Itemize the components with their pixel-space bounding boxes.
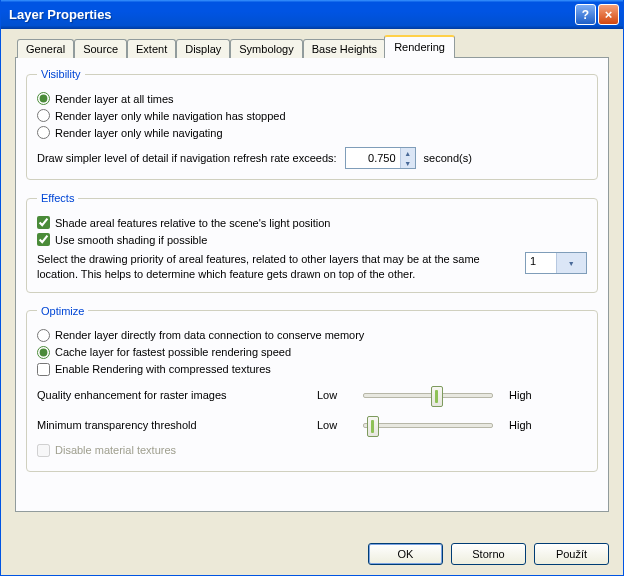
- cancel-button[interactable]: Storno: [451, 543, 526, 565]
- ok-button[interactable]: OK: [368, 543, 443, 565]
- check-smooth[interactable]: Use smooth shading if possible: [37, 233, 587, 246]
- tab-pane-rendering: Visibility Render layer at all times Ren…: [15, 57, 609, 512]
- slider-thumb-2[interactable]: [367, 416, 379, 437]
- spinner-refresh-rate[interactable]: ▲ ▼: [345, 147, 416, 169]
- label-low-2: Low: [317, 419, 347, 431]
- label-transparency: Minimum transparency threshold: [37, 419, 317, 431]
- radio-direct-label: Render layer directly from data connecti…: [55, 329, 364, 341]
- radio-render-all-label: Render layer at all times: [55, 93, 174, 105]
- radio-cache-label: Cache layer for fastest possible renderi…: [55, 346, 291, 358]
- slider-track: [363, 393, 493, 398]
- check-disable-textures: Disable material textures: [37, 444, 587, 457]
- row-quality-slider: Quality enhancement for raster images Lo…: [37, 384, 587, 406]
- spinner-down-icon[interactable]: ▼: [400, 158, 415, 168]
- label-refresh-rate: Draw simpler level of detail if navigati…: [37, 152, 337, 164]
- tab-base-heights[interactable]: Base Heights: [303, 39, 386, 58]
- check-disable-textures-label: Disable material textures: [55, 444, 176, 456]
- row-priority: Select the drawing priority of areal fea…: [37, 252, 587, 282]
- label-refresh-unit: second(s): [424, 152, 472, 164]
- check-shade-label: Shade areal features relative to the sce…: [55, 217, 330, 229]
- slider-transparency[interactable]: [363, 414, 493, 436]
- chevron-down-icon[interactable]: ▼: [556, 253, 587, 273]
- combo-priority-value: 1: [526, 253, 556, 273]
- radio-direct-input[interactable]: [37, 329, 50, 342]
- check-compressed[interactable]: Enable Rendering with compressed texture…: [37, 363, 587, 376]
- window-title: Layer Properties: [9, 7, 575, 22]
- check-shade-input[interactable]: [37, 216, 50, 229]
- tab-symbology[interactable]: Symbology: [230, 39, 302, 58]
- label-quality: Quality enhancement for raster images: [37, 389, 317, 401]
- tab-source[interactable]: Source: [74, 39, 127, 58]
- check-compressed-label: Enable Rendering with compressed texture…: [55, 363, 271, 375]
- help-button[interactable]: ?: [575, 4, 596, 25]
- legend-optimize: Optimize: [37, 305, 88, 317]
- label-high-2: High: [509, 419, 539, 431]
- check-smooth-input[interactable]: [37, 233, 50, 246]
- titlebar: Layer Properties ? ×: [1, 0, 623, 29]
- slider-quality[interactable]: [363, 384, 493, 406]
- radio-render-all[interactable]: Render layer at all times: [37, 92, 587, 105]
- tab-extent[interactable]: Extent: [127, 39, 176, 58]
- content-area: General Source Extent Display Symbology …: [1, 29, 623, 522]
- apply-button[interactable]: Použít: [534, 543, 609, 565]
- spinner-up-icon[interactable]: ▲: [400, 148, 415, 158]
- legend-visibility: Visibility: [37, 68, 85, 80]
- check-disable-textures-input: [37, 444, 50, 457]
- tab-rendering[interactable]: Rendering: [384, 35, 455, 58]
- legend-effects: Effects: [37, 192, 78, 204]
- radio-render-navigating[interactable]: Render layer only while navigating: [37, 126, 587, 139]
- spinner-buttons[interactable]: ▲ ▼: [400, 148, 415, 168]
- check-shade[interactable]: Shade areal features relative to the sce…: [37, 216, 587, 229]
- label-low-1: Low: [317, 389, 347, 401]
- radio-render-stopped-label: Render layer only while navigation has s…: [55, 110, 286, 122]
- dialog-window: Layer Properties ? × General Source Exte…: [0, 0, 624, 576]
- radio-render-all-input[interactable]: [37, 92, 50, 105]
- label-priority-text: Select the drawing priority of areal fea…: [37, 252, 511, 282]
- radio-render-stopped-input[interactable]: [37, 109, 50, 122]
- radio-cache-input[interactable]: [37, 346, 50, 359]
- check-smooth-label: Use smooth shading if possible: [55, 234, 207, 246]
- titlebar-buttons: ? ×: [575, 4, 619, 25]
- radio-cache[interactable]: Cache layer for fastest possible renderi…: [37, 346, 587, 359]
- slider-track-2: [363, 423, 493, 428]
- tab-display[interactable]: Display: [176, 39, 230, 58]
- radio-render-navigating-label: Render layer only while navigating: [55, 127, 223, 139]
- close-button[interactable]: ×: [598, 4, 619, 25]
- combo-priority[interactable]: 1 ▼: [525, 252, 587, 274]
- tab-strip: General Source Extent Display Symbology …: [15, 37, 609, 58]
- spinner-refresh-input[interactable]: [346, 148, 400, 168]
- radio-direct[interactable]: Render layer directly from data connecti…: [37, 329, 587, 342]
- label-high-1: High: [509, 389, 539, 401]
- group-effects: Effects Shade areal features relative to…: [26, 192, 598, 293]
- row-detail-refresh: Draw simpler level of detail if navigati…: [37, 147, 587, 169]
- radio-render-navigating-input[interactable]: [37, 126, 50, 139]
- tab-general[interactable]: General: [17, 39, 74, 58]
- radio-render-stopped[interactable]: Render layer only while navigation has s…: [37, 109, 587, 122]
- check-compressed-input[interactable]: [37, 363, 50, 376]
- button-bar: OK Storno Použít: [368, 543, 609, 565]
- slider-thumb[interactable]: [431, 386, 443, 407]
- row-transparency-slider: Minimum transparency threshold Low High: [37, 414, 587, 436]
- group-optimize: Optimize Render layer directly from data…: [26, 305, 598, 472]
- group-visibility: Visibility Render layer at all times Ren…: [26, 68, 598, 180]
